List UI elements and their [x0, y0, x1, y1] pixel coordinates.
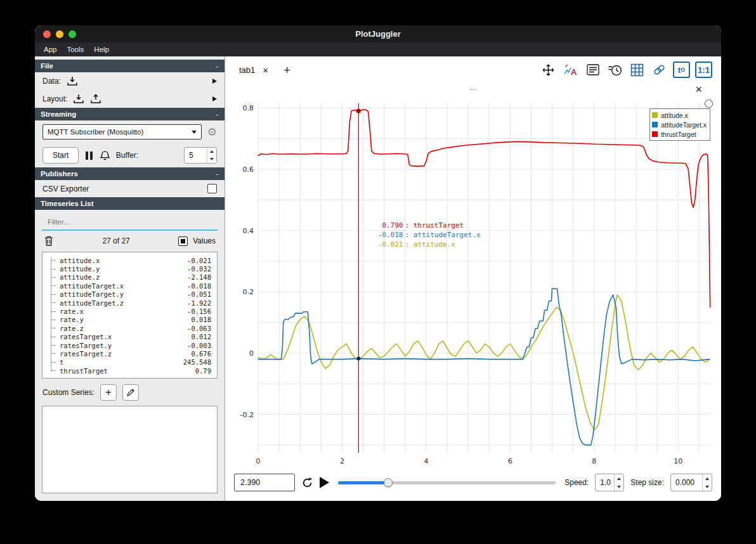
values-checkbox[interactable] [178, 236, 188, 246]
filter-input[interactable] [42, 214, 218, 231]
timeseries-row[interactable]: ratesTarget.z0.676 [42, 349, 214, 358]
link-zoom-icon[interactable] [651, 62, 668, 78]
timeseries-name[interactable]: attitude.z [60, 273, 187, 281]
plot-close-icon[interactable]: × [695, 83, 702, 96]
file-collapse-icon[interactable]: - [216, 62, 218, 70]
add-custom-series-button[interactable]: + [100, 384, 117, 401]
legend-item[interactable]: attitudeTarget.x [652, 120, 707, 129]
publishers-section-title: Publishers [41, 170, 78, 178]
titlebar[interactable]: PlotJuggler [35, 25, 721, 42]
timeseries-row[interactable]: attitude.y-0.032 [42, 264, 214, 273]
time-slider[interactable] [338, 481, 556, 484]
layout-expand-arrow-icon[interactable] [212, 96, 217, 101]
publishers-section-header[interactable]: Publishers - [35, 167, 225, 180]
data-expand-arrow-icon[interactable] [212, 79, 217, 84]
play-button[interactable] [320, 477, 329, 488]
custom-series-list[interactable] [42, 406, 218, 493]
data-list-icon[interactable] [584, 62, 601, 78]
spin-down-icon[interactable] [615, 482, 623, 491]
timeseries-value: -0.018 [187, 282, 214, 290]
timeseries-name[interactable]: attitudeTarget.z [60, 299, 187, 307]
timeseries-name[interactable]: rate.z [60, 325, 187, 332]
datetime-scale-icon[interactable] [606, 62, 623, 78]
streaming-section-header[interactable]: Streaming - [35, 108, 225, 120]
zoom-reset-button[interactable]: 1:1 [695, 62, 712, 78]
timeseries-list[interactable]: attitude.x-0.021attitude.y-0.032attitude… [42, 252, 218, 379]
timeseries-row[interactable]: attitudeTarget.y-0.051 [42, 290, 214, 299]
timeseries-row[interactable]: t245.548 [42, 358, 214, 366]
close-window-button[interactable] [43, 30, 51, 38]
timeseries-name[interactable]: t [60, 358, 183, 366]
bell-icon[interactable] [100, 150, 110, 161]
timeseries-row[interactable]: attitudeTarget.x-0.018 [42, 282, 214, 290]
spin-down-icon[interactable] [207, 155, 216, 163]
svg-text:0: 0 [256, 457, 261, 465]
tab-close-icon[interactable]: × [263, 65, 268, 75]
timeseries-name[interactable]: ratesTarget.x [60, 333, 191, 340]
text-style-icon[interactable]: A [562, 62, 579, 78]
pan-zoom-icon[interactable] [540, 62, 557, 78]
start-streaming-button[interactable]: Start [42, 147, 79, 164]
data-label: Data: [42, 77, 61, 86]
spin-up-icon[interactable] [615, 474, 623, 482]
step-size-label: Step size: [630, 478, 664, 487]
timeseries-name[interactable]: attitudeTarget.y [60, 290, 187, 298]
speed-spinbox[interactable]: 1.0 [595, 474, 624, 491]
streaming-settings-gear-icon[interactable]: ⚙ [207, 127, 217, 138]
save-layout-icon[interactable] [90, 94, 101, 104]
timeseries-row[interactable]: ratesTarget.y-0.003 [42, 341, 214, 349]
timeseries-name[interactable]: attitude.x [60, 257, 187, 264]
load-layout-icon[interactable] [73, 94, 84, 104]
minimize-window-button[interactable] [56, 30, 63, 38]
tab-tab1[interactable]: tab1 × [234, 62, 273, 79]
tree-branch-line [51, 311, 56, 312]
timeseries-row[interactable]: ratesTarget.x0.012 [42, 333, 214, 341]
timeseries-row[interactable]: attitude.x-0.021 [42, 256, 214, 264]
timeseries-name[interactable]: rate.x [60, 308, 187, 315]
spin-down-icon[interactable] [703, 482, 712, 491]
step-size-spinbox[interactable]: 0.000 [670, 474, 712, 491]
timeseries-row[interactable]: attitudeTarget.z-1.922 [42, 299, 214, 307]
layout-grid-icon[interactable] [629, 62, 646, 78]
timeseries-name[interactable]: thrustTarget [60, 367, 195, 375]
add-tab-button[interactable]: + [284, 64, 290, 76]
menu-help[interactable]: Help [89, 44, 114, 55]
trash-icon[interactable] [44, 235, 54, 247]
timeseries-name[interactable]: ratesTarget.z [60, 350, 191, 358]
current-time-display[interactable]: 2.390 [234, 474, 295, 491]
timeseries-section-header[interactable]: Timeseries List [35, 197, 225, 210]
menu-tools[interactable]: Tools [62, 44, 89, 55]
load-data-icon[interactable] [67, 76, 78, 86]
timeseries-row[interactable]: attitude.z-2.148 [42, 273, 214, 282]
spin-up-icon[interactable] [703, 474, 712, 482]
file-section-header[interactable]: File - [35, 60, 225, 72]
loop-icon[interactable] [301, 477, 313, 489]
timeseries-name[interactable]: attitude.y [60, 265, 187, 273]
pause-icon[interactable] [84, 152, 94, 160]
timeseries-name[interactable]: rate.y [60, 316, 191, 323]
timeseries-row[interactable]: rate.x-0.156 [42, 307, 214, 315]
menu-app[interactable]: App [39, 44, 62, 55]
timeseries-chart[interactable]: 0246810-0.200.20.40.60.80.790: thrustTar… [230, 96, 716, 469]
timeseries-name[interactable]: attitudeTarget.x [60, 282, 187, 290]
timeseries-name[interactable]: ratesTarget.y [60, 342, 187, 349]
plot-legend: attitude.xattitudeTarget.xthrustTarget [649, 108, 710, 141]
timeseries-row[interactable]: rate.z-0.063 [42, 324, 214, 332]
spin-up-icon[interactable] [207, 148, 216, 155]
timeseries-row[interactable]: thrustTarget0.79 [42, 366, 214, 375]
streaming-source-select[interactable]: MQTT Subscriber (Mosquitto) [42, 124, 202, 139]
timeseries-row[interactable]: rate.y0.018 [42, 316, 214, 324]
buffer-spinbox[interactable]: 5 [184, 147, 217, 164]
edit-custom-series-button[interactable] [122, 384, 139, 401]
streaming-collapse-icon[interactable]: - [216, 110, 218, 118]
csv-exporter-checkbox[interactable] [207, 184, 217, 193]
time-offset-button[interactable]: tO [673, 62, 690, 78]
publishers-collapse-icon[interactable]: - [216, 170, 218, 178]
legend-item[interactable]: attitude.x [652, 110, 707, 120]
slider-handle[interactable] [384, 478, 393, 487]
plot-area[interactable]: ... × attitude.xattitudeTarget.xthrustTa… [230, 83, 716, 469]
legend-toggle-circle[interactable] [705, 100, 713, 108]
maximize-window-button[interactable] [68, 30, 76, 38]
legend-item[interactable]: thrustTarget [652, 129, 707, 139]
speed-label: Speed: [564, 478, 589, 487]
